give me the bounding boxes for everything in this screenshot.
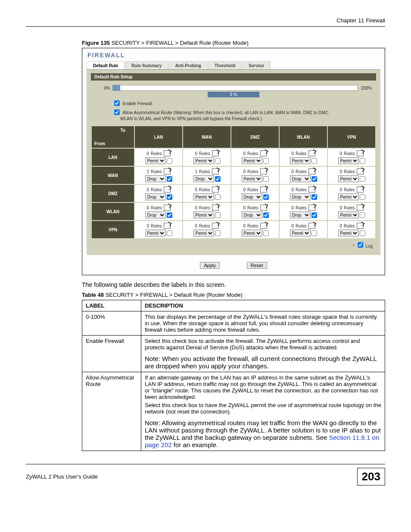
log-cell-checkbox[interactable] bbox=[311, 158, 317, 164]
log-cell-checkbox[interactable] bbox=[360, 212, 365, 218]
log-cell-checkbox[interactable] bbox=[360, 158, 365, 164]
action-select[interactable]: PermitDrop bbox=[145, 175, 166, 182]
log-cell-checkbox[interactable] bbox=[360, 230, 365, 236]
action-select[interactable]: PermitDrop bbox=[290, 157, 311, 164]
page-number: 203 bbox=[357, 468, 385, 485]
log-cell-checkbox[interactable] bbox=[311, 230, 317, 236]
rules-label: Rules bbox=[247, 224, 258, 228]
edit-icon[interactable] bbox=[357, 150, 364, 156]
log-cell-checkbox[interactable] bbox=[311, 212, 317, 218]
reset-button[interactable] bbox=[247, 262, 267, 269]
desc-text-0: This bar displays the percentage of the … bbox=[141, 311, 385, 336]
edit-icon[interactable] bbox=[260, 168, 267, 174]
log-cell-checkbox[interactable] bbox=[215, 212, 221, 218]
action-select[interactable]: PermitDrop bbox=[193, 230, 214, 236]
tab-anti-probing[interactable]: Anti-Probing bbox=[168, 61, 208, 69]
log-cell-checkbox[interactable] bbox=[360, 176, 365, 182]
edit-icon[interactable] bbox=[308, 187, 315, 193]
allow-asym-checkbox[interactable] bbox=[114, 109, 120, 115]
tab-service[interactable]: Service bbox=[242, 61, 271, 69]
edit-icon[interactable] bbox=[357, 223, 364, 229]
edit-icon[interactable] bbox=[212, 168, 219, 174]
log-cell-checkbox[interactable] bbox=[215, 194, 221, 200]
action-select[interactable]: PermitDrop bbox=[290, 193, 311, 200]
edit-icon[interactable] bbox=[357, 187, 364, 193]
matrix-cell: 1RulesPermitDrop bbox=[183, 166, 231, 184]
log-cell-checkbox[interactable] bbox=[360, 194, 365, 200]
tab-rule-summary[interactable]: Rule Summary bbox=[125, 61, 168, 69]
action-select[interactable]: PermitDrop bbox=[193, 212, 214, 218]
edit-icon[interactable] bbox=[308, 223, 315, 229]
action-select[interactable]: PermitDrop bbox=[338, 230, 359, 236]
edit-icon[interactable] bbox=[260, 187, 267, 193]
log-cell-checkbox[interactable] bbox=[167, 158, 172, 164]
edit-icon[interactable] bbox=[357, 205, 364, 211]
rules-label: Rules bbox=[199, 151, 210, 156]
action-select[interactable]: PermitDrop bbox=[290, 230, 311, 236]
action-select[interactable]: PermitDrop bbox=[242, 157, 262, 164]
log-cell-checkbox[interactable] bbox=[215, 176, 221, 182]
edit-icon[interactable] bbox=[260, 150, 267, 156]
edit-icon[interactable] bbox=[212, 223, 219, 229]
action-select[interactable]: PermitDrop bbox=[145, 157, 166, 164]
edit-icon[interactable] bbox=[212, 187, 219, 193]
edit-icon[interactable] bbox=[164, 205, 171, 211]
edit-icon[interactable] bbox=[260, 223, 267, 229]
action-select[interactable]: PermitDrop bbox=[145, 212, 166, 218]
action-select[interactable]: PermitDrop bbox=[338, 157, 359, 164]
log-cell-checkbox[interactable] bbox=[215, 230, 221, 236]
edit-icon[interactable] bbox=[164, 187, 171, 193]
table-row: Allow Asymmetrical Route If an alternate… bbox=[82, 372, 385, 451]
action-select[interactable]: PermitDrop bbox=[193, 175, 214, 182]
log-cell-checkbox[interactable] bbox=[167, 176, 172, 182]
edit-icon[interactable] bbox=[164, 168, 171, 174]
log-cell-checkbox[interactable] bbox=[263, 158, 269, 164]
action-select[interactable]: PermitDrop bbox=[242, 212, 262, 218]
matrix-cell: 0RulesPermitDrop bbox=[231, 221, 279, 239]
edit-icon[interactable] bbox=[212, 205, 219, 211]
log-checkbox[interactable] bbox=[358, 242, 363, 248]
action-select[interactable]: PermitDrop bbox=[193, 193, 214, 200]
action-select[interactable]: PermitDrop bbox=[145, 193, 166, 200]
action-select[interactable]: PermitDrop bbox=[193, 157, 214, 164]
action-select[interactable]: PermitDrop bbox=[290, 175, 311, 182]
action-select[interactable]: PermitDrop bbox=[338, 212, 359, 218]
log-cell-checkbox[interactable] bbox=[311, 194, 317, 200]
log-cell-checkbox[interactable] bbox=[215, 158, 221, 164]
tab-default-rule[interactable]: Default Rule bbox=[87, 61, 125, 69]
rule-count: 0 bbox=[243, 205, 246, 210]
action-select[interactable]: PermitDrop bbox=[242, 175, 262, 182]
edit-icon[interactable] bbox=[357, 168, 364, 174]
edit-icon[interactable] bbox=[308, 168, 315, 174]
rules-label: Rules bbox=[151, 169, 162, 174]
action-select[interactable]: PermitDrop bbox=[145, 230, 166, 236]
log-cell-checkbox[interactable] bbox=[167, 230, 172, 236]
tab-threshold[interactable]: Threshold bbox=[208, 61, 242, 69]
enable-firewall-checkbox[interactable] bbox=[114, 100, 120, 106]
rules-label: Rules bbox=[151, 187, 162, 192]
rules-label: Rules bbox=[247, 169, 258, 174]
edit-icon[interactable] bbox=[308, 205, 315, 211]
log-cell-checkbox[interactable] bbox=[167, 194, 172, 200]
action-select[interactable]: PermitDrop bbox=[242, 193, 262, 200]
edit-icon[interactable] bbox=[164, 150, 171, 156]
edit-icon[interactable] bbox=[308, 150, 315, 156]
desc-label-0: 0-100% bbox=[82, 311, 141, 336]
edit-icon[interactable] bbox=[164, 223, 171, 229]
log-cell-checkbox[interactable] bbox=[311, 176, 317, 182]
rule-count: 0 bbox=[195, 187, 197, 192]
action-select[interactable]: PermitDrop bbox=[242, 230, 262, 236]
action-select[interactable]: PermitDrop bbox=[338, 193, 359, 200]
log-cell-checkbox[interactable] bbox=[263, 212, 269, 218]
action-select[interactable]: PermitDrop bbox=[338, 175, 359, 182]
log-cell-checkbox[interactable] bbox=[263, 194, 269, 200]
action-select[interactable]: PermitDrop bbox=[290, 212, 311, 218]
apply-button[interactable] bbox=[200, 262, 220, 269]
edit-icon[interactable] bbox=[212, 150, 219, 156]
log-cell-checkbox[interactable] bbox=[167, 212, 172, 218]
matrix-cell: 0RulesPermitDrop bbox=[327, 221, 376, 239]
log-cell-checkbox[interactable] bbox=[263, 230, 269, 236]
rule-count: 0 bbox=[146, 205, 149, 210]
log-cell-checkbox[interactable] bbox=[263, 176, 269, 182]
edit-icon[interactable] bbox=[260, 205, 267, 211]
